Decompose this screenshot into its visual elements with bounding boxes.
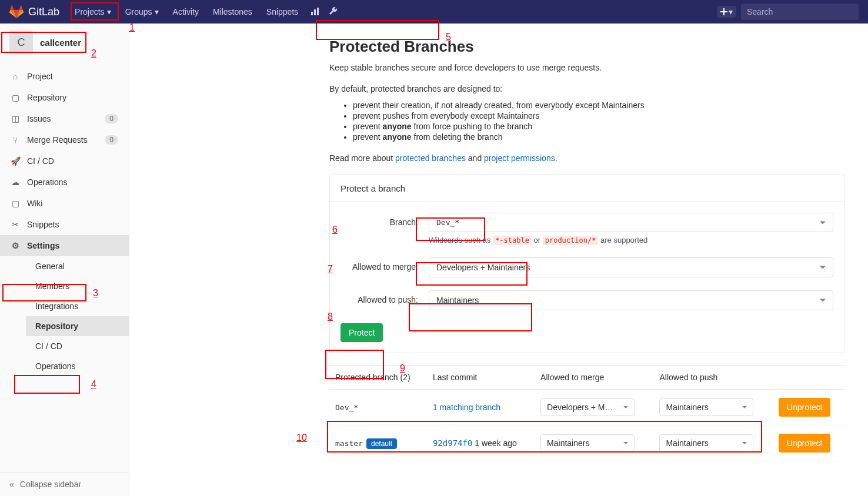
chevron-down-icon: ▾ bbox=[729, 7, 733, 16]
project-header[interactable]: C callcenter bbox=[0, 24, 129, 61]
table-row: Dev_* 1 matching branch Developers + Mai… bbox=[329, 390, 844, 425]
branch-label: Branch: bbox=[340, 213, 429, 227]
th-commit: Last commit bbox=[427, 366, 535, 390]
merge-row: Allowed to merge: Developers + Maintaine… bbox=[340, 257, 833, 277]
gitlab-logo[interactable]: GitLab bbox=[9, 5, 59, 19]
sub-integrations[interactable]: Integrations bbox=[26, 296, 129, 316]
nav-projects[interactable]: Projects ▾ bbox=[69, 4, 117, 20]
sidebar-item-settings[interactable]: ⚙Settings bbox=[0, 235, 129, 256]
push-select[interactable]: Maintainers bbox=[429, 290, 833, 310]
page-description: Keep stable branches secure and force de… bbox=[329, 63, 844, 72]
bullet-4: prevent anyone from deleting the branch bbox=[353, 132, 844, 142]
topbar-nav: Projects ▾ Groups ▾ Activity Milestones … bbox=[69, 4, 342, 20]
protected-branches-table: Protected branch (2) Last commit Allowed… bbox=[329, 365, 844, 461]
commit-hash[interactable]: 92d974f0 bbox=[433, 438, 472, 448]
push-label: Allowed to push: bbox=[340, 290, 429, 304]
th-branch: Protected branch (2) bbox=[329, 366, 427, 390]
row-push-select[interactable]: Maintainers bbox=[659, 398, 753, 416]
code-stable: *-stable bbox=[493, 236, 532, 245]
collapse-sidebar[interactable]: « Collapse sidebar bbox=[0, 472, 129, 496]
collapse-icon: « bbox=[9, 480, 14, 489]
topbar-right: ▾ bbox=[717, 4, 859, 20]
row-branch: Dev_* bbox=[335, 403, 358, 412]
code-production: production/* bbox=[543, 236, 599, 245]
merge-icon: ⑂ bbox=[11, 135, 20, 145]
protected-branches-link[interactable]: protected branches bbox=[395, 153, 466, 163]
main-content: Protected Branches Keep stable branches … bbox=[129, 24, 868, 496]
unprotect-button[interactable]: Unprotect bbox=[779, 398, 831, 417]
search-input[interactable] bbox=[741, 4, 859, 20]
bullet-1: prevent their creation, if not already c… bbox=[353, 100, 844, 110]
sidebar: C callcenter ⌂Project ▢Repository ◫Issue… bbox=[0, 24, 129, 496]
home-icon: ⌂ bbox=[11, 72, 20, 81]
th-merge: Allowed to merge bbox=[535, 366, 653, 390]
read-more: Read more about protected branches and p… bbox=[329, 153, 844, 163]
wrench-icon[interactable] bbox=[325, 4, 342, 20]
row-push-select[interactable]: Maintainers bbox=[659, 434, 753, 452]
ops-icon: ☁ bbox=[11, 177, 20, 187]
gear-icon: ⚙ bbox=[11, 241, 20, 250]
sidebar-item-merge-requests[interactable]: ⑂Merge Requests0 bbox=[0, 129, 129, 150]
brand-text: GitLab bbox=[28, 6, 59, 18]
table-row: masterdefault 92d974f0 1 week ago Mainta… bbox=[329, 425, 844, 461]
panel-title: Protect a branch bbox=[330, 175, 844, 202]
chevron-down-icon: ▾ bbox=[155, 7, 159, 16]
branch-row: Branch: Dev_* Wildcards such as *-stable… bbox=[340, 213, 833, 244]
project-permissions-link[interactable]: project permissions bbox=[484, 153, 555, 163]
project-avatar: C bbox=[9, 31, 33, 54]
protect-button[interactable]: Protect bbox=[340, 323, 383, 342]
merge-label: Allowed to merge: bbox=[340, 257, 429, 272]
nav-snippets[interactable]: Snippets bbox=[261, 4, 304, 20]
mr-badge: 0 bbox=[105, 135, 118, 145]
protect-branch-panel: Protect a branch Branch: Dev_* Wildcards… bbox=[329, 175, 844, 353]
topbar: GitLab Projects ▾ Groups ▾ Activity Mile… bbox=[0, 0, 868, 24]
sidebar-item-snippets[interactable]: ✂Snippets bbox=[0, 214, 129, 235]
push-row: Allowed to push: Maintainers bbox=[340, 290, 833, 310]
svg-rect-1 bbox=[314, 9, 316, 15]
sub-operations[interactable]: Operations bbox=[26, 356, 129, 376]
project-name: callcenter bbox=[40, 38, 81, 48]
commit-ago: 1 week ago bbox=[475, 438, 517, 448]
sidebar-nav: ⌂Project ▢Repository ◫Issues0 ⑂Merge Req… bbox=[0, 61, 129, 472]
page-title: Protected Branches bbox=[329, 38, 474, 56]
chart-icon[interactable] bbox=[306, 4, 323, 20]
branch-select[interactable]: Dev_* bbox=[429, 213, 833, 232]
th-action bbox=[773, 366, 844, 390]
design-intro: By default, protected branches are desig… bbox=[329, 84, 844, 93]
row-merge-select[interactable]: Developers + Mai... bbox=[540, 398, 635, 416]
wildcards-link[interactable]: Wildcards bbox=[429, 236, 462, 244]
sidebar-item-issues[interactable]: ◫Issues0 bbox=[0, 108, 129, 129]
nav-activity[interactable]: Activity bbox=[167, 4, 205, 20]
sidebar-item-repository[interactable]: ▢Repository bbox=[0, 87, 129, 108]
plus-dropdown[interactable]: ▾ bbox=[717, 6, 736, 18]
wildcard-hint: Wildcards such as *-stable or production… bbox=[429, 236, 833, 244]
row-branch: master bbox=[335, 439, 363, 448]
svg-rect-0 bbox=[311, 12, 313, 15]
matching-branch-link[interactable]: 1 matching branch bbox=[433, 403, 500, 412]
nav-milestones[interactable]: Milestones bbox=[207, 4, 258, 20]
nav-groups[interactable]: Groups ▾ bbox=[119, 4, 165, 20]
row-merge-select[interactable]: Maintainers bbox=[540, 434, 635, 452]
repo-icon: ▢ bbox=[11, 93, 20, 102]
settings-submenu: General Members Integrations Repository … bbox=[0, 256, 129, 376]
sub-repository[interactable]: Repository bbox=[26, 316, 129, 336]
bullet-2: prevent pushes from everybody except Mai… bbox=[353, 111, 844, 120]
sub-members[interactable]: Members bbox=[26, 276, 129, 296]
unprotect-button[interactable]: Unprotect bbox=[779, 434, 831, 453]
sidebar-item-wiki[interactable]: ▢Wiki bbox=[0, 193, 129, 214]
issues-icon: ◫ bbox=[11, 114, 20, 123]
snip-icon: ✂ bbox=[11, 220, 20, 229]
svg-rect-2 bbox=[317, 8, 319, 15]
merge-select[interactable]: Developers + Maintainers bbox=[429, 257, 833, 277]
cicd-icon: 🚀 bbox=[11, 156, 20, 166]
sidebar-item-project[interactable]: ⌂Project bbox=[0, 66, 129, 87]
plus-icon bbox=[720, 8, 727, 15]
sidebar-item-operations[interactable]: ☁Operations bbox=[0, 172, 129, 193]
sub-cicd[interactable]: CI / CD bbox=[26, 336, 129, 356]
th-push: Allowed to push bbox=[653, 366, 772, 390]
sub-general[interactable]: General bbox=[26, 256, 129, 276]
chevron-down-icon: ▾ bbox=[107, 7, 111, 16]
gitlab-icon bbox=[9, 5, 24, 19]
wiki-icon: ▢ bbox=[11, 199, 20, 208]
sidebar-item-cicd[interactable]: 🚀CI / CD bbox=[0, 150, 129, 172]
